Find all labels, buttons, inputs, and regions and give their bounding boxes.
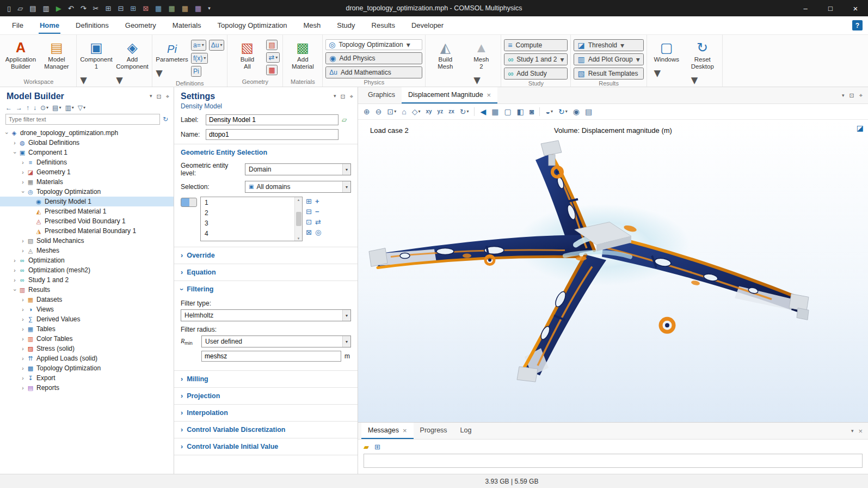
- section-filtering[interactable]: › Filtering: [174, 280, 358, 297]
- model-manager-button[interactable]: ▤ModelManager: [40, 36, 73, 78]
- tree-item-density-model-1[interactable]: ◉Density Model 1: [0, 197, 174, 206]
- save-database-icon[interactable]: ▥: [40, 3, 52, 14]
- graphics-canvas[interactable]: Load case 2 Volume: Displacement magnitu…: [358, 120, 868, 422]
- zoom-out-button[interactable]: ⊖: [375, 108, 382, 115]
- tree-item-datasets[interactable]: ›▦Datasets: [0, 295, 174, 304]
- tree-expand-closed-icon[interactable]: ›: [11, 258, 18, 264]
- refresh-icon[interactable]: ↻: [163, 116, 168, 123]
- section-interpolation[interactable]: ›Interpolation: [174, 404, 358, 421]
- clear-messages-icon[interactable]: ▰: [364, 443, 369, 450]
- menu-tab-definitions[interactable]: Definitions: [75, 17, 110, 34]
- view-yz-button[interactable]: yz: [438, 109, 444, 114]
- tree-expand-closed-icon[interactable]: ›: [20, 356, 26, 362]
- model-tree-icon[interactable]: ▦: [152, 3, 164, 14]
- chevron-down-icon[interactable]: ▾: [342, 164, 350, 175]
- menu-tab-topology-optimization[interactable]: Topology Optimization: [217, 17, 288, 34]
- chevron-down-icon[interactable]: ▾: [342, 336, 350, 347]
- tree-item-component-1[interactable]: ›▣Component 1: [0, 148, 174, 157]
- tab-progress[interactable]: Progress: [414, 423, 454, 439]
- add-to-selection-icon[interactable]: +: [315, 198, 321, 205]
- selection-dropdown[interactable]: ▣ All domains ▾: [245, 181, 351, 193]
- build-all-button[interactable]: ▧BuildAll: [230, 36, 264, 78]
- tree-item-materials[interactable]: ›▦Materials: [0, 177, 174, 187]
- tree-expand-closed-icon[interactable]: ›: [20, 316, 26, 322]
- threshold-button[interactable]: ◪Threshold▾: [574, 39, 643, 51]
- filter-radius-dropdown[interactable]: User defined ▾: [201, 335, 351, 347]
- copy-icon[interactable]: ⊞: [102, 3, 114, 14]
- add-physics-button[interactable]: ◉Add Physics: [325, 52, 422, 64]
- zoom-to-selection-icon[interactable]: ⊡: [306, 218, 312, 225]
- tree-expand-closed-icon[interactable]: ›: [20, 375, 26, 381]
- back-button[interactable]: ←: [5, 105, 12, 111]
- tree-item-prescribed-material-boundary-1[interactable]: ◮Prescribed Material Boundary 1: [0, 226, 174, 236]
- tree-item-derived-values[interactable]: ›∑Derived Values: [0, 314, 174, 324]
- build-mesh-button[interactable]: ◭BuildMesh: [428, 36, 462, 87]
- plot-info-icon[interactable]: ◪: [857, 124, 864, 132]
- tree-item-definitions[interactable]: ›≡Definitions: [0, 157, 174, 167]
- entity-level-dropdown[interactable]: Domain ▾: [245, 163, 351, 175]
- parameter-case-button[interactable]: Pi: [191, 66, 201, 77]
- scroll-up-icon[interactable]: ▴: [298, 198, 300, 202]
- domain-list-item[interactable]: 4: [201, 228, 294, 239]
- chevron-down-icon[interactable]: ▾: [342, 181, 350, 192]
- measure-button[interactable]: ▦: [266, 65, 277, 75]
- tree-expand-closed-icon[interactable]: ›: [20, 297, 26, 303]
- tree-expand-open-icon[interactable]: ›: [20, 188, 26, 195]
- redo-icon[interactable]: ↷: [78, 3, 89, 14]
- tree-item-study-1-and-2[interactable]: ›∞Study 1 and 2: [0, 275, 174, 285]
- section-projection[interactable]: ›Projection: [174, 387, 358, 404]
- close-icon[interactable]: ×: [858, 428, 863, 435]
- close-window-button[interactable]: ×: [843, 0, 868, 16]
- rotate-view-button[interactable]: ↻▾: [460, 108, 469, 115]
- tree-expand-closed-icon[interactable]: ›: [20, 326, 26, 332]
- view-xy-button[interactable]: xy: [426, 109, 432, 114]
- report-data-icon[interactable]: ▦: [192, 3, 204, 14]
- tree-item-drone-topology-optimization-mph[interactable]: ›◈drone_topology_optimization.mph: [0, 128, 174, 138]
- section-milling[interactable]: ›Milling: [174, 370, 358, 387]
- mesh-data-icon[interactable]: ▦: [165, 3, 177, 14]
- filter-radius-input[interactable]: [201, 351, 341, 362]
- panel-menu-icon[interactable]: ▾: [851, 429, 854, 434]
- wireframe-button[interactable]: ▢: [504, 108, 512, 115]
- application-builder-button[interactable]: AApplicationBuilder: [4, 36, 38, 78]
- tree-expand-open-icon[interactable]: ›: [12, 286, 18, 293]
- geometry-actions-button[interactable]: ⇄▾: [266, 52, 280, 63]
- parameters-button[interactable]: PiParameters ▾: [155, 36, 189, 80]
- tree-expand-closed-icon[interactable]: ›: [11, 140, 18, 146]
- tree-expand-closed-icon[interactable]: ›: [20, 169, 26, 175]
- menu-tab-materials[interactable]: Materials: [171, 17, 202, 34]
- close-tab-icon[interactable]: ×: [403, 427, 407, 434]
- tree-item-views[interactable]: ›◑Views: [0, 304, 174, 314]
- update-plot-button[interactable]: ↻▾: [558, 108, 568, 115]
- reset-desktop-button[interactable]: ↻ResetDesktop ▾: [686, 36, 719, 87]
- scroll-down-icon[interactable]: ▾: [298, 236, 300, 240]
- tree-expand-closed-icon[interactable]: ›: [20, 346, 26, 352]
- panel-menu-icon[interactable]: ▾: [150, 94, 152, 100]
- panel-menu-icon[interactable]: ▾: [334, 94, 336, 100]
- move-down-button[interactable]: ↓: [33, 105, 36, 111]
- paste-icon[interactable]: ⊟: [115, 3, 126, 14]
- mesh-2-button[interactable]: ▲Mesh2 ▾: [464, 36, 498, 87]
- result-templates-button[interactable]: ▧Result Templates: [574, 68, 643, 80]
- tree-item-prescribed-material-1[interactable]: ◭Prescribed Material 1: [0, 206, 174, 216]
- tree-item-optimization[interactable]: ›∞Optimization: [0, 255, 174, 265]
- menu-tab-file[interactable]: File: [11, 17, 24, 34]
- tree-expand-closed-icon[interactable]: ›: [11, 267, 18, 273]
- show-options-button[interactable]: ⊙▾: [40, 105, 48, 111]
- tree-item-prescribed-void-boundary-1[interactable]: ◬Prescribed Void Boundary 1: [0, 216, 174, 226]
- undo-icon[interactable]: ↶: [65, 3, 77, 14]
- domain-list-item[interactable]: 1: [201, 197, 294, 208]
- tree-item-topology-optimization[interactable]: ›◎Topology Optimization: [0, 187, 174, 197]
- selection-active-toggle[interactable]: [181, 198, 197, 207]
- tree-item-global-definitions[interactable]: ›◍Global Definitions: [0, 138, 174, 148]
- messages-output-box[interactable]: [364, 454, 863, 468]
- study-1-and-2-button[interactable]: ∞Study 1 and 2▾: [504, 53, 568, 65]
- show-selection-icon[interactable]: ◎: [315, 229, 321, 236]
- pin-panel-icon[interactable]: ⌖: [350, 94, 353, 100]
- float-panel-icon[interactable]: ⊡: [849, 93, 854, 99]
- minimize-button[interactable]: –: [793, 0, 818, 16]
- tab-log[interactable]: Log: [454, 423, 478, 439]
- lock-view-button[interactable]: ◙: [530, 108, 534, 115]
- environment-button[interactable]: ◒▾: [545, 108, 552, 115]
- tree-expand-closed-icon[interactable]: ›: [11, 277, 18, 283]
